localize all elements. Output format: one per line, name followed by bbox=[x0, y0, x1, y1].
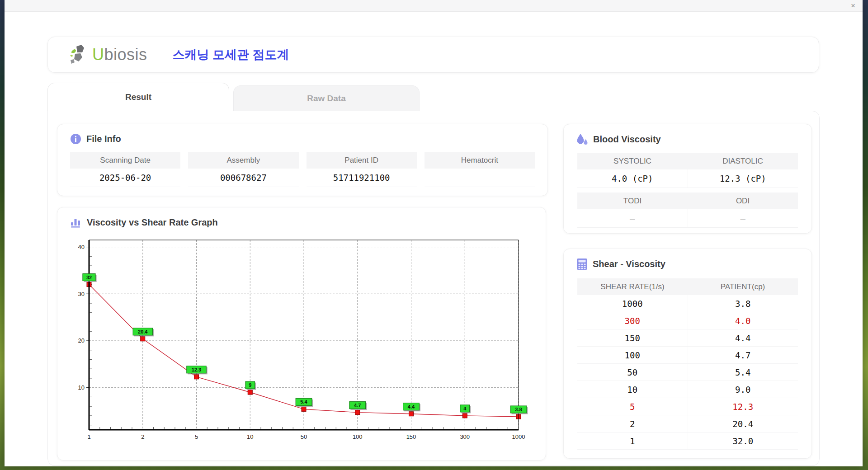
table-header-row: SHEAR RATE(1/s)PATIENT(cp) bbox=[577, 278, 798, 295]
table-row: 512.3 bbox=[577, 398, 798, 415]
graph-card: Viscosity vs Shear Rate Graph 1020304012… bbox=[57, 207, 546, 461]
field-label: Patient ID bbox=[307, 152, 417, 169]
table-row: –– bbox=[577, 209, 798, 228]
viscosity-chart-svg: 10203040125105010015030010003220.412.395… bbox=[68, 234, 536, 457]
window-titlebar: × bbox=[5, 0, 863, 12]
svg-text:10: 10 bbox=[78, 384, 85, 391]
shear-rate-cell: 100 bbox=[577, 347, 688, 363]
table-row: 10003.8 bbox=[577, 295, 798, 312]
svg-text:12.3: 12.3 bbox=[192, 367, 201, 372]
svg-text:4: 4 bbox=[463, 406, 467, 411]
patient-cell: 3.8 bbox=[688, 295, 798, 312]
table-section-gap bbox=[577, 188, 798, 193]
patient-cell: 32.0 bbox=[688, 432, 798, 449]
file-info-fields: Scanning Date2025-06-20Assembly000678627… bbox=[70, 152, 535, 187]
cell-value: 12.3 (cP) bbox=[688, 169, 798, 188]
graph-title-row: Viscosity vs Shear Rate Graph bbox=[70, 216, 546, 228]
patient-cell: 20.4 bbox=[688, 415, 798, 432]
svg-text:20: 20 bbox=[78, 337, 85, 344]
droplets-icon bbox=[576, 133, 588, 146]
patient-cell: 5.4 bbox=[688, 364, 798, 381]
shear-rate-cell: 150 bbox=[577, 329, 688, 346]
file-info-field: Assembly000678627 bbox=[188, 152, 298, 187]
result-panel: File Info Scanning Date2025-06-20Assembl… bbox=[47, 111, 820, 466]
patient-cell: 4.7 bbox=[688, 347, 798, 363]
shear-rate-cell: 10 bbox=[577, 381, 688, 398]
field-label: Assembly bbox=[188, 152, 298, 169]
info-icon bbox=[70, 133, 81, 145]
tab-raw-data[interactable]: Raw Data bbox=[233, 85, 420, 111]
file-info-field: Scanning Date2025-06-20 bbox=[70, 152, 180, 187]
table-row: 1504.4 bbox=[577, 329, 798, 347]
column-header: PATIENT(cp) bbox=[688, 278, 798, 295]
svg-text:5: 5 bbox=[195, 433, 198, 440]
table-row: 3004.0 bbox=[577, 312, 798, 329]
shear-rate-cell: 5 bbox=[577, 398, 688, 415]
patient-cell: 12.3 bbox=[688, 398, 798, 415]
column-header: ODI bbox=[688, 193, 798, 209]
cell-value: – bbox=[577, 209, 688, 228]
field-label: Hematocrit bbox=[425, 152, 535, 169]
field-value: 51711921100 bbox=[307, 169, 417, 187]
calculator-icon bbox=[576, 258, 588, 270]
file-info-title: File Info bbox=[86, 134, 121, 144]
table-row: 109.0 bbox=[577, 381, 798, 398]
patient-cell: 4.4 bbox=[688, 329, 798, 346]
svg-text:10: 10 bbox=[247, 433, 253, 440]
viscosity-chart: 10203040125105010015030010003220.412.395… bbox=[68, 234, 536, 457]
svg-text:100: 100 bbox=[353, 433, 363, 440]
blood-viscosity-card: Blood Viscosity SYSTOLICDIASTOLIC4.0 (cP… bbox=[563, 124, 812, 234]
svg-text:3.8: 3.8 bbox=[515, 407, 522, 412]
svg-text:30: 30 bbox=[78, 291, 85, 297]
column-header: DIASTOLIC bbox=[688, 153, 798, 169]
svg-text:40: 40 bbox=[78, 244, 85, 250]
blood-viscosity-title: Blood Viscosity bbox=[593, 134, 661, 145]
shear-viscosity-title: Shear - Viscosity bbox=[593, 259, 665, 269]
shear-viscosity-title-row: Shear - Viscosity bbox=[576, 258, 811, 270]
field-label: Scanning Date bbox=[70, 152, 180, 169]
table-header-row: TODIODI bbox=[577, 193, 798, 209]
shear-rate-cell: 1000 bbox=[577, 295, 688, 312]
table-header-row: SYSTOLICDIASTOLIC bbox=[577, 153, 798, 169]
tab-result[interactable]: Result bbox=[47, 83, 229, 111]
svg-text:1: 1 bbox=[87, 433, 90, 440]
close-icon[interactable]: × bbox=[851, 1, 855, 11]
bar-chart-icon bbox=[70, 216, 82, 228]
svg-text:32: 32 bbox=[86, 275, 92, 280]
column-header: SHEAR RATE(1/s) bbox=[577, 278, 688, 295]
column-header: TODI bbox=[577, 193, 688, 209]
window-content: Ubiosis 스캐닝 모세관 점도계 Result Raw Data File… bbox=[5, 12, 863, 466]
graph-title: Viscosity vs Shear Rate Graph bbox=[87, 217, 218, 228]
patient-cell: 9.0 bbox=[688, 381, 798, 398]
shear-rate-cell: 50 bbox=[577, 364, 688, 381]
svg-text:150: 150 bbox=[406, 433, 416, 440]
field-value bbox=[425, 169, 535, 187]
page-title: 스캐닝 모세관 점도계 bbox=[173, 47, 289, 63]
table-row: 505.4 bbox=[577, 364, 798, 381]
svg-text:300: 300 bbox=[460, 433, 470, 440]
cell-value: – bbox=[688, 209, 798, 228]
svg-text:4.7: 4.7 bbox=[354, 403, 361, 408]
table-row: 220.4 bbox=[577, 415, 798, 432]
logo-text: Ubiosis bbox=[92, 45, 147, 64]
file-info-title-row: File Info bbox=[70, 133, 547, 145]
svg-text:20.4: 20.4 bbox=[138, 329, 148, 334]
blood-viscosity-table: SYSTOLICDIASTOLIC4.0 (cP)12.3 (cP)TODIOD… bbox=[577, 153, 798, 228]
svg-text:1000: 1000 bbox=[512, 433, 525, 440]
shear-viscosity-table: SHEAR RATE(1/s)PATIENT(cp)10003.83004.01… bbox=[577, 278, 798, 450]
cell-value: 4.0 (cP) bbox=[577, 169, 688, 188]
shear-rate-cell: 300 bbox=[577, 312, 688, 329]
field-value: 2025-06-20 bbox=[70, 169, 180, 187]
file-info-field: Patient ID51711921100 bbox=[307, 152, 417, 187]
svg-text:5.4: 5.4 bbox=[300, 399, 307, 404]
svg-text:2: 2 bbox=[141, 433, 144, 440]
svg-text:50: 50 bbox=[301, 433, 307, 440]
shear-viscosity-card: Shear - Viscosity SHEAR RATE(1/s)PATIENT… bbox=[563, 249, 812, 459]
svg-text:4.4: 4.4 bbox=[408, 404, 415, 409]
field-value: 000678627 bbox=[188, 169, 298, 187]
file-info-card: File Info Scanning Date2025-06-20Assembl… bbox=[57, 124, 548, 196]
table-row: 132.0 bbox=[577, 432, 798, 450]
table-row: 4.0 (cP)12.3 (cP) bbox=[577, 169, 798, 188]
shear-rate-cell: 1 bbox=[577, 432, 688, 449]
svg-text:9: 9 bbox=[249, 382, 251, 388]
